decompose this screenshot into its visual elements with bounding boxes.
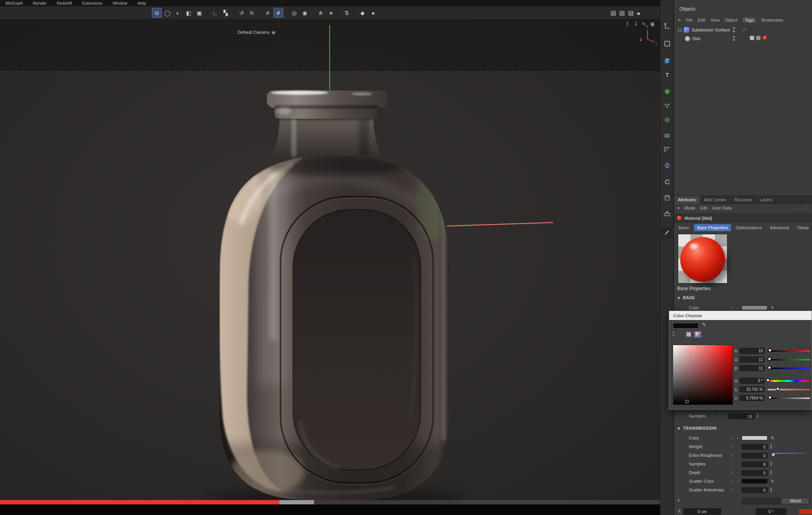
section-transmission[interactable]: ∨ TRANSMISSION <box>677 426 716 430</box>
subtab-optimizations[interactable]: Optimizations <box>733 224 765 231</box>
menu-render[interactable]: Render <box>33 1 46 6</box>
mode-spinner[interactable]: ∧ ∨ <box>672 331 675 337</box>
material-header[interactable]: Material [Mat] <box>674 213 812 223</box>
swap-vertical-icon[interactable]: ⇅ <box>342 8 352 18</box>
model-mode-icon[interactable]: ◧ <box>184 8 194 18</box>
nav-back-icon[interactable]: ← <box>795 206 800 211</box>
video-progress-bar[interactable] <box>0 500 660 504</box>
animation-toggle-icon[interactable]: ○ <box>731 487 733 492</box>
color-picker-dot[interactable] <box>685 400 689 403</box>
keyframe-bullet-icon[interactable]: ◦ <box>683 487 684 491</box>
viewport-history-icon[interactable]: ↻ <box>642 21 646 27</box>
expand-arrow-icon[interactable]: › <box>737 436 738 440</box>
channel-v-field[interactable]: 5.7554 % <box>740 395 764 401</box>
slider-handle[interactable] <box>771 470 771 475</box>
rings-icon[interactable] <box>661 130 674 142</box>
grid-snap-icon[interactable]: # <box>273 8 283 18</box>
samples-value-field[interactable]: 16 <box>728 414 754 419</box>
keyframe-bullet-icon[interactable]: ◦ <box>683 444 684 448</box>
generator-gear-icon[interactable] <box>661 86 674 97</box>
material-preview[interactable] <box>678 234 727 283</box>
eyedropper-icon[interactable]: ✎ <box>702 322 706 327</box>
subtab-advanced[interactable]: Advanced <box>767 224 792 231</box>
objects-menu-view[interactable]: View <box>710 18 720 22</box>
eyedropper-icon[interactable]: ✎ <box>771 479 774 484</box>
slider-knob[interactable] <box>768 366 771 370</box>
slider-knob[interactable] <box>768 357 771 361</box>
animation-toggle-icon[interactable]: ○ <box>731 453 733 457</box>
workplane-icon[interactable]: ▚ <box>221 8 231 18</box>
deformer-gear-icon[interactable] <box>661 114 674 126</box>
split-tool-icon[interactable]: ⋔ <box>316 8 325 18</box>
slider-knob[interactable] <box>766 378 770 382</box>
menu-help[interactable]: Help <box>138 1 146 6</box>
channel-b-field[interactable]: 11 <box>740 365 764 371</box>
phong-tag-icon[interactable] <box>750 36 754 40</box>
import-box-icon[interactable] <box>661 208 674 219</box>
animation-toggle-icon[interactable]: ○ <box>731 305 733 310</box>
render-sphere-icon[interactable]: ● <box>637 10 640 17</box>
weight-value-field[interactable]: 0 <box>742 444 768 450</box>
viewport-undo-icon[interactable]: ↥ <box>625 21 629 27</box>
viewport-redo-icon[interactable]: ↧ <box>634 21 638 27</box>
subtab-base-properties[interactable]: Base Properties <box>694 224 731 231</box>
undo-view-icon[interactable]: ↺ <box>236 8 246 18</box>
user-data-menu[interactable]: User Data <box>712 206 732 210</box>
settings-gear-icon[interactable]: ∗ <box>326 8 336 18</box>
slider-knob[interactable] <box>776 387 780 391</box>
animation-toggle-icon[interactable]: ○ <box>731 436 733 440</box>
uv-tag-icon[interactable] <box>756 36 760 40</box>
tree-item-disc[interactable]: Disc <box>685 35 701 42</box>
cube-primitive-icon[interactable] <box>661 55 674 67</box>
tab-attributes[interactable]: Attributes <box>674 196 700 204</box>
redo-view-icon[interactable]: ↻ <box>247 8 257 18</box>
text-tool-icon[interactable]: T <box>661 69 674 81</box>
cylinder-icon[interactable] <box>661 192 674 204</box>
expand-arrow-icon[interactable]: › <box>737 305 738 310</box>
render-visibility-dot[interactable] <box>733 30 735 32</box>
eyedropper-icon[interactable]: ✎ <box>771 305 774 311</box>
nav-up-icon[interactable]: ↑ <box>805 206 807 211</box>
section-base[interactable]: ∨ BASE <box>677 295 695 300</box>
live-selection-icon[interactable]: ⊙ <box>152 8 162 18</box>
objects-menu-object[interactable]: Object <box>725 18 737 22</box>
menu-extensions[interactable]: Extensions <box>82 1 102 6</box>
channel-r-field[interactable]: 15 <box>740 348 764 354</box>
objects-hamburger-icon[interactable]: ≡ <box>678 17 681 23</box>
tree-item-subdivision-surface[interactable]: – Subdivision Surface <box>678 26 730 34</box>
spinner-down-icon[interactable]: ∨ <box>672 334 675 337</box>
keyframe-bullet-icon[interactable]: ◦ <box>683 470 684 474</box>
dark-button-1-icon[interactable]: ◆ <box>358 8 367 18</box>
selection-tool-icon[interactable]: ◯ <box>162 8 172 18</box>
color-swatch[interactable] <box>742 305 768 310</box>
viewport-layout-icon[interactable]: ▣ <box>650 21 655 27</box>
gradient-mode-button[interactable] <box>694 331 701 338</box>
channel-h-slider[interactable] <box>768 380 810 382</box>
color-chooser-dialog[interactable]: Color Chooser ✎ ∧ ∨ R 15 G 11 B 11 <box>669 311 812 410</box>
coordinate-angle-field[interactable]: 0 ° <box>756 508 786 515</box>
keyframe-bullet-icon[interactable]: ◦ <box>683 453 684 457</box>
enabled-check-icon[interactable]: ✓ <box>742 27 746 32</box>
channel-v-slider[interactable] <box>768 397 810 399</box>
slider-track[interactable] <box>773 453 806 454</box>
animation-toggle-icon[interactable]: ○ <box>731 470 733 475</box>
samples-value-field[interactable]: 8 <box>742 462 768 467</box>
coordinates-hamburger-icon[interactable]: ≡ <box>677 498 680 503</box>
channel-g-field[interactable]: 11 <box>740 357 764 362</box>
saturation-value-field[interactable] <box>673 345 733 405</box>
editor-visibility-dot[interactable] <box>733 27 735 29</box>
animation-toggle-icon[interactable]: ○ <box>731 462 733 466</box>
swatch-mode-button[interactable] <box>685 331 692 338</box>
menu-window[interactable]: Window <box>113 1 127 6</box>
rectangle-tool-icon[interactable] <box>661 38 674 50</box>
slider-handle[interactable] <box>771 487 771 492</box>
corner-ruler-icon[interactable] <box>661 144 674 156</box>
keyframe-bullet-icon[interactable]: ◦ <box>683 436 684 440</box>
objects-menu-bookmarks[interactable]: Bookmarks <box>761 18 783 22</box>
channel-g-slider[interactable] <box>768 359 810 360</box>
slider-knob[interactable] <box>771 453 775 456</box>
channel-s-field[interactable]: 23.741 % <box>740 386 764 392</box>
slider-knob[interactable] <box>768 348 772 352</box>
eyedropper-icon[interactable]: ✎ <box>771 436 774 441</box>
visibility-dots[interactable] <box>733 27 735 32</box>
